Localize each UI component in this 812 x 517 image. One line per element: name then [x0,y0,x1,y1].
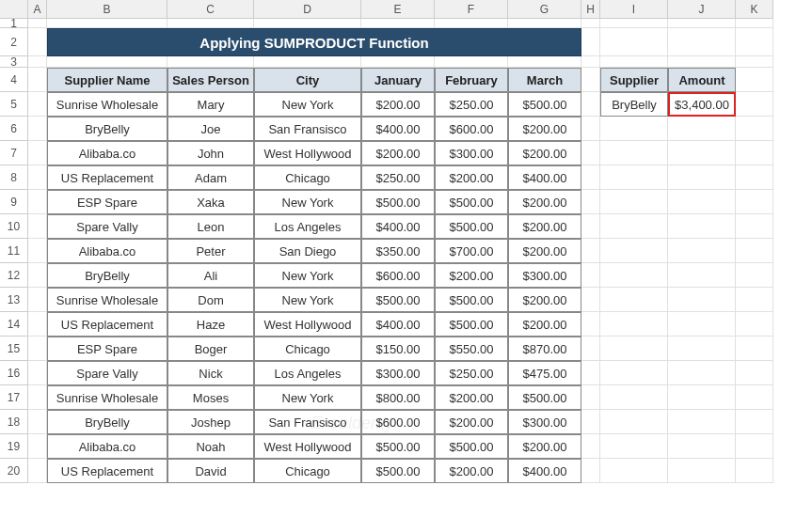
col-header-b[interactable]: B [47,0,167,19]
cell-B7[interactable]: Alibaba.co [47,141,167,165]
cell-D12[interactable]: New York [254,263,361,288]
cell-B10[interactable]: Spare Vally [47,214,167,239]
cell-D15[interactable]: Chicago [254,337,361,361]
cell-E17[interactable]: $800.00 [361,385,435,410]
cell-D18[interactable]: San Fransisco [254,410,361,434]
row-header-19[interactable]: 19 [0,434,28,459]
col-header-c[interactable]: C [167,0,254,19]
cell-D6[interactable]: San Fransisco [254,117,361,141]
cell-C19[interactable]: Noah [167,434,254,459]
cell-B15[interactable]: ESP Spare [47,337,167,361]
row-header-1[interactable]: 1 [0,19,28,28]
cell-C10[interactable]: Leon [167,214,254,239]
cell-F6[interactable]: $600.00 [435,117,508,141]
row-header-11[interactable]: 11 [0,239,28,263]
cell-E9[interactable]: $500.00 [361,190,435,214]
row-header-4[interactable]: 4 [0,68,28,92]
cell-F20[interactable]: $200.00 [435,459,508,483]
cell-F12[interactable]: $200.00 [435,263,508,288]
row-header-2[interactable]: 2 [0,28,28,56]
cell-C6[interactable]: Joe [167,117,254,141]
row-header-12[interactable]: 12 [0,263,28,288]
row-header-10[interactable]: 10 [0,214,28,239]
cell-C11[interactable]: Peter [167,239,254,263]
cell-C13[interactable]: Dom [167,288,254,312]
side-amount-cell[interactable]: $3,400.00 [668,92,736,117]
cell-G20[interactable]: $400.00 [508,459,581,483]
cell-D7[interactable]: West Hollywood [254,141,361,165]
cell-E7[interactable]: $200.00 [361,141,435,165]
cell-E13[interactable]: $500.00 [361,288,435,312]
cell-C12[interactable]: Ali [167,263,254,288]
cell-F15[interactable]: $550.00 [435,337,508,361]
cell-E14[interactable]: $400.00 [361,312,435,337]
col-header-j[interactable]: J [668,0,736,19]
cell-E12[interactable]: $600.00 [361,263,435,288]
side-header-0[interactable]: Supplier [600,68,668,92]
cell-G16[interactable]: $475.00 [508,361,581,385]
row-header-20[interactable]: 20 [0,459,28,483]
cell-C7[interactable]: John [167,141,254,165]
cell-F10[interactable]: $500.00 [435,214,508,239]
cell-E19[interactable]: $500.00 [361,434,435,459]
cell-G13[interactable]: $200.00 [508,288,581,312]
row-header-18[interactable]: 18 [0,410,28,434]
cell-G14[interactable]: $200.00 [508,312,581,337]
cell-D19[interactable]: West Hollywood [254,434,361,459]
cell-E20[interactable]: $500.00 [361,459,435,483]
cell-G12[interactable]: $300.00 [508,263,581,288]
cell-C20[interactable]: David [167,459,254,483]
cell-B5[interactable]: Sunrise Wholesale [47,92,167,117]
side-header-1[interactable]: Amount [668,68,736,92]
cell-C16[interactable]: Nick [167,361,254,385]
cell-G10[interactable]: $200.00 [508,214,581,239]
cell-B13[interactable]: Sunrise Wholesale [47,288,167,312]
cell-D16[interactable]: Los Angeles [254,361,361,385]
cell-B8[interactable]: US Replacement [47,165,167,190]
col-header-f[interactable]: F [435,0,508,19]
cell-B20[interactable]: US Replacement [47,459,167,483]
row-header-8[interactable]: 8 [0,165,28,190]
cell-F9[interactable]: $500.00 [435,190,508,214]
cell-E16[interactable]: $300.00 [361,361,435,385]
row-header-5[interactable]: 5 [0,92,28,117]
side-supplier-cell[interactable]: BryBelly [600,92,668,117]
row-header-15[interactable]: 15 [0,337,28,361]
cell-D8[interactable]: Chicago [254,165,361,190]
cell-F11[interactable]: $700.00 [435,239,508,263]
cell-F8[interactable]: $200.00 [435,165,508,190]
cell-G19[interactable]: $200.00 [508,434,581,459]
cell-B19[interactable]: Alibaba.co [47,434,167,459]
cell-B6[interactable]: BryBelly [47,117,167,141]
col-header-e[interactable]: E [361,0,435,19]
cell-F16[interactable]: $250.00 [435,361,508,385]
cell-G7[interactable]: $200.00 [508,141,581,165]
cell-D20[interactable]: Chicago [254,459,361,483]
main-header-3[interactable]: January [361,68,435,92]
cell-E8[interactable]: $250.00 [361,165,435,190]
col-header-a[interactable]: A [28,0,47,19]
cell-G15[interactable]: $870.00 [508,337,581,361]
cell-G9[interactable]: $200.00 [508,190,581,214]
cell-F5[interactable]: $250.00 [435,92,508,117]
main-header-5[interactable]: March [508,68,581,92]
row-header-14[interactable]: 14 [0,312,28,337]
cell-E10[interactable]: $400.00 [361,214,435,239]
cell-F14[interactable]: $500.00 [435,312,508,337]
cell-D17[interactable]: New York [254,385,361,410]
cell-D5[interactable]: New York [254,92,361,117]
cell-F18[interactable]: $200.00 [435,410,508,434]
cell-G11[interactable]: $200.00 [508,239,581,263]
cell-E18[interactable]: $600.00 [361,410,435,434]
row-header-16[interactable]: 16 [0,361,28,385]
cell-C17[interactable]: Moses [167,385,254,410]
row-header-7[interactable]: 7 [0,141,28,165]
col-header-g[interactable]: G [508,0,581,19]
cell-B16[interactable]: Spare Vally [47,361,167,385]
cell-C5[interactable]: Mary [167,92,254,117]
row-header-9[interactable]: 9 [0,190,28,214]
col-header-k[interactable]: K [736,0,773,19]
cell-F19[interactable]: $500.00 [435,434,508,459]
cell-B12[interactable]: BryBelly [47,263,167,288]
cell-G17[interactable]: $500.00 [508,385,581,410]
